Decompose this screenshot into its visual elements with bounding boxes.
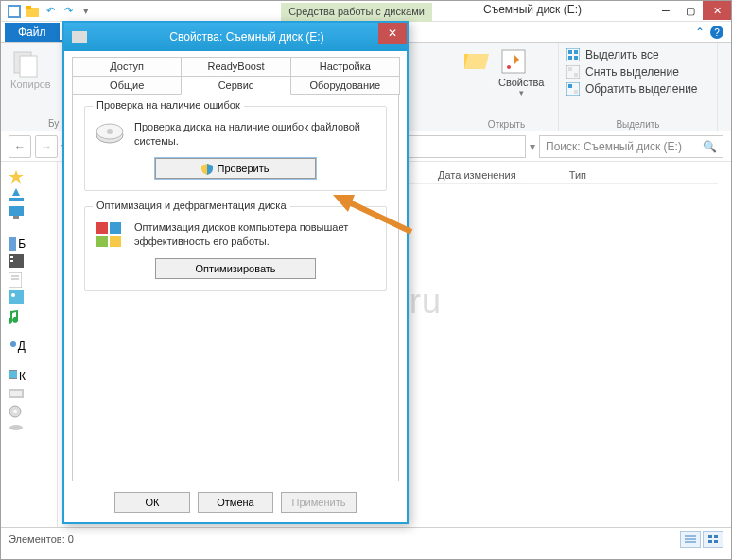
svg-rect-26	[13, 216, 19, 219]
select-all-icon	[566, 48, 580, 61]
error-check-title: Проверка на наличие ошибок	[93, 99, 244, 111]
maximize-button[interactable]: ▢	[678, 1, 703, 20]
app-icon	[7, 4, 22, 19]
tab-readyboost[interactable]: ReadyBoost	[181, 57, 290, 76]
redo-icon[interactable]: ↷	[61, 4, 76, 19]
svg-rect-30	[10, 260, 13, 262]
downloads-icon[interactable]	[9, 188, 26, 203]
svg-rect-17	[568, 67, 572, 71]
forward-button[interactable]: →	[35, 135, 58, 158]
copy-label: Копиров	[10, 79, 51, 90]
shield-icon	[201, 164, 213, 175]
ok-button[interactable]: ОК	[114, 492, 190, 513]
svg-rect-49	[714, 535, 718, 538]
svg-rect-20	[568, 84, 572, 88]
svg-rect-3	[26, 6, 31, 9]
optimize-title: Оптимизация и дефрагментация диска	[93, 200, 290, 211]
local-disk-icon[interactable]	[9, 387, 26, 402]
select-all-button[interactable]: Выделить все	[566, 46, 709, 63]
ok-label: ОК	[146, 497, 160, 508]
ribbon-help: ⌃ ?	[695, 26, 723, 39]
minimize-button[interactable]: ─	[654, 1, 678, 20]
icons-view-button[interactable]	[703, 531, 723, 548]
cancel-label: Отмена	[217, 497, 253, 508]
search-input[interactable]: Поиск: Съемный диск (E:) 🔍	[539, 135, 723, 158]
error-check-group: Проверка на наличие ошибок Проверка диск…	[84, 106, 387, 191]
folder-icon[interactable]	[25, 4, 40, 19]
svg-rect-56	[110, 222, 121, 234]
nav-sidebar: Б Д К	[1, 162, 58, 527]
file-tab[interactable]: Файл	[5, 23, 60, 42]
deselect-button[interactable]: Снять выделение	[566, 63, 709, 80]
svg-rect-2	[26, 8, 39, 17]
deselect-icon	[566, 65, 580, 79]
svg-point-35	[11, 293, 15, 297]
copy-icon	[10, 48, 41, 79]
col-type[interactable]: Тип	[562, 169, 594, 181]
cancel-button[interactable]: Отмена	[198, 492, 273, 513]
properties-button[interactable]: Свойства ▾	[498, 46, 544, 97]
svg-rect-57	[96, 236, 108, 247]
invert-label: Обратить выделение	[585, 82, 698, 96]
music-icon[interactable]	[9, 308, 26, 324]
open-group-label: Открыть	[455, 119, 558, 130]
search-icon: 🔍	[703, 140, 717, 153]
help-icon[interactable]: ?	[710, 26, 723, 39]
svg-rect-41	[10, 391, 22, 396]
svg-rect-29	[10, 256, 13, 258]
removable-disk-icon[interactable]	[9, 423, 26, 438]
svg-rect-5	[20, 56, 37, 77]
apply-button[interactable]: Применить	[281, 492, 357, 513]
undo-icon[interactable]: ↶	[43, 4, 58, 19]
pictures-icon[interactable]	[9, 290, 26, 306]
svg-rect-21	[574, 90, 578, 94]
svg-point-10	[507, 65, 511, 69]
homegroup-icon[interactable]: Д	[9, 339, 26, 354]
svg-rect-39	[9, 371, 17, 378]
dialog-titlebar[interactable]: Свойства: Съемный диск (E:) ✕	[64, 23, 407, 51]
tab-general[interactable]: Общие	[72, 76, 182, 95]
back-button[interactable]: ←	[9, 135, 31, 158]
favorites-icon[interactable]	[9, 170, 26, 185]
tab-access[interactable]: Доступ	[72, 57, 182, 76]
chevron-up-icon[interactable]: ⌃	[695, 26, 705, 39]
details-view-button[interactable]	[680, 531, 701, 548]
svg-marker-7	[464, 54, 489, 69]
optimize-button-label: Оптимизировать	[195, 263, 275, 274]
tab-customize[interactable]: Настройка	[290, 57, 400, 76]
col-date[interactable]: Дата изменения	[430, 169, 524, 181]
select-group-label: Выделить	[559, 119, 717, 130]
tab-hardware[interactable]: Оборудование	[290, 76, 400, 95]
libraries-icon[interactable]: Б	[9, 236, 26, 252]
clipboard-group-label: Бу	[48, 118, 59, 129]
dialog-close-button[interactable]: ✕	[378, 23, 407, 44]
svg-rect-50	[708, 540, 712, 543]
svg-point-36	[10, 341, 16, 347]
check-button-label: Проверить	[217, 163, 269, 174]
documents-icon[interactable]	[9, 272, 26, 288]
check-button[interactable]: Проверить	[155, 158, 316, 179]
svg-rect-12	[568, 50, 572, 54]
dialog-title: Свойства: Съемный диск (E:)	[95, 30, 399, 44]
computer-icon[interactable]: К	[9, 369, 26, 384]
chevron-down-icon[interactable]: ▾	[530, 140, 535, 153]
dropdown-icon[interactable]: ▾	[78, 4, 94, 19]
properties-dialog: Свойства: Съемный диск (E:) ✕ Доступ Rea…	[62, 21, 409, 524]
apply-label: Применить	[292, 497, 346, 508]
close-button[interactable]: ✕	[703, 1, 731, 20]
optimize-button[interactable]: Оптимизировать	[155, 258, 316, 279]
invert-selection-button[interactable]: Обратить выделение	[566, 80, 709, 97]
invert-icon	[566, 82, 580, 96]
svg-marker-22	[9, 170, 24, 184]
svg-rect-18	[574, 73, 578, 77]
ribbon-group-select: Выделить все Снять выделение Обратить вы…	[559, 43, 718, 131]
videos-icon[interactable]	[9, 254, 26, 270]
svg-point-44	[9, 425, 23, 430]
dvd-icon[interactable]	[9, 405, 26, 420]
tab-tools[interactable]: Сервис	[181, 76, 290, 95]
open-icon[interactable]	[462, 46, 489, 73]
svg-rect-48	[708, 535, 712, 538]
dialog-button-row: ОК Отмена Применить	[64, 492, 407, 513]
svg-rect-25	[9, 206, 24, 216]
desktop-icon[interactable]	[9, 206, 26, 221]
